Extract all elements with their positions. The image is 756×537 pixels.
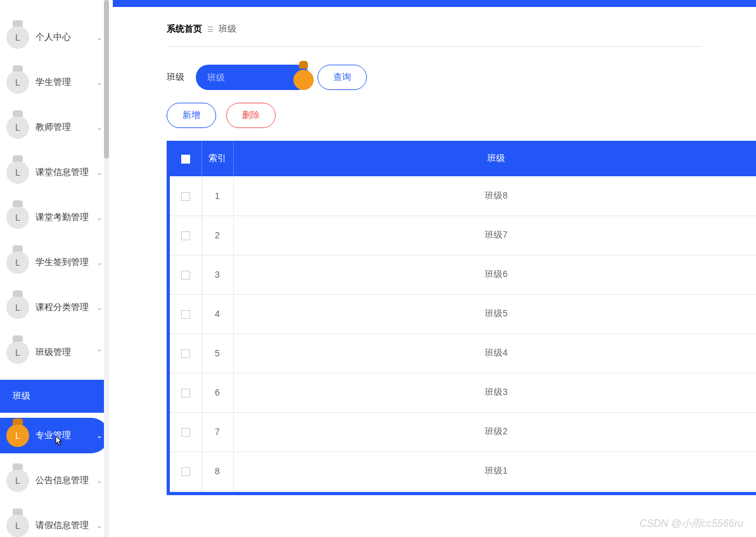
breadcrumb-current: 班级	[219, 23, 236, 35]
search-button[interactable]: 查询	[317, 65, 367, 90]
table-container: 索引 班级 1 班级8 2 班级7 3 班级6 4 班级5 5 班级4 6 班级…	[167, 141, 756, 491]
clock-icon: L	[6, 469, 29, 492]
watermark: CSDN @小雨cc5566ru	[639, 517, 743, 531]
sidebar-item-truncated[interactable]	[0, 0, 109, 10]
chevron-down-icon: ⌄	[96, 213, 103, 222]
chevron-down-icon: ⌄	[96, 476, 103, 485]
clock-icon: L	[6, 424, 29, 447]
row-index: 5	[202, 333, 233, 373]
row-checkbox[interactable]	[181, 310, 190, 319]
main-content: 系统首页 ☰ 班级 班级 查询 新增 删除 索引 班级	[113, 7, 756, 537]
row-checkbox-cell	[170, 176, 202, 216]
table-row: 4 班级5	[170, 294, 756, 333]
sidebar-item-leave[interactable]: L 请假信息管理 ⌄	[0, 508, 109, 537]
chevron-down-icon: ⌄	[96, 33, 103, 42]
sidebar-item-label: 个人中心	[35, 32, 96, 43]
select-all-checkbox[interactable]	[181, 155, 190, 164]
chevron-down-icon: ⌄	[96, 431, 103, 440]
sidebar-item-signin[interactable]: L 学生签到管理 ⌄	[0, 245, 109, 280]
sidebar-item-label: 课堂信息管理	[35, 167, 96, 178]
sidebar-item-label: 课程分类管理	[35, 302, 96, 313]
row-checkbox-cell	[170, 333, 202, 373]
table-row: 7 班级2	[170, 412, 756, 451]
sidebar-item-announcement[interactable]: L 公告信息管理 ⌄	[0, 463, 109, 498]
table-row: 8 班级1	[170, 451, 756, 491]
sidebar-subitem-class[interactable]: 班级	[0, 380, 109, 413]
table-row: 6 班级3	[170, 373, 756, 412]
table-row: 1 班级8	[170, 176, 756, 216]
row-checkbox[interactable]	[181, 428, 190, 437]
sidebar-item-major[interactable]: L 专业管理 ⌄	[0, 418, 109, 453]
sidebar-item-course-category[interactable]: L 课程分类管理 ⌄	[0, 290, 109, 325]
row-checkbox[interactable]	[181, 349, 190, 358]
sidebar-item-label: 公告信息管理	[35, 475, 96, 486]
row-class-name: 班级5	[233, 294, 756, 333]
row-class-name: 班级1	[233, 451, 756, 491]
row-index: 1	[202, 176, 233, 216]
chevron-down-icon: ⌄	[96, 123, 103, 132]
row-checkbox-cell	[170, 216, 202, 255]
clock-icon: L	[6, 251, 29, 274]
filter-label: 班级	[167, 72, 184, 83]
row-checkbox[interactable]	[181, 192, 190, 201]
pill-knob-icon	[296, 61, 311, 94]
sidebar-item-class-info[interactable]: L 课堂信息管理 ⌄	[0, 155, 109, 190]
sidebar-subitem-label: 班级	[13, 391, 30, 402]
chevron-down-icon: ⌄	[96, 258, 103, 267]
row-class-name: 班级2	[233, 412, 756, 451]
row-checkbox[interactable]	[181, 231, 190, 240]
sidebar-item-label: 课堂考勤管理	[35, 212, 96, 223]
row-index: 6	[202, 373, 233, 412]
row-checkbox[interactable]	[181, 467, 190, 476]
chevron-down-icon: ⌄	[96, 168, 103, 177]
sidebar-item-attendance[interactable]: L 课堂考勤管理 ⌄	[0, 200, 109, 235]
clock-icon: L	[6, 514, 29, 537]
row-class-name: 班级7	[233, 216, 756, 255]
sidebar-item-label: 专业管理	[35, 430, 96, 441]
breadcrumb-sep-icon: ☰	[207, 25, 214, 34]
table-row: 3 班级6	[170, 255, 756, 294]
sidebar-item-personal[interactable]: L 个人中心 ⌄	[0, 20, 109, 55]
row-index: 8	[202, 451, 233, 491]
row-index: 7	[202, 412, 233, 451]
sidebar: L 个人中心 ⌄ L 学生管理 ⌄ L 教师管理 ⌄ L 课堂信息管理 ⌄ L …	[0, 0, 109, 537]
table-row: 5 班级4	[170, 333, 756, 373]
topbar	[113, 0, 756, 7]
class-input[interactable]	[207, 72, 298, 82]
class-table: 索引 班级 1 班级8 2 班级7 3 班级6 4 班级5 5 班级4 6 班级…	[170, 141, 756, 491]
row-index: 3	[202, 255, 233, 294]
row-checkbox-cell	[170, 294, 202, 333]
add-button[interactable]: 新增	[167, 103, 216, 128]
row-checkbox[interactable]	[181, 271, 190, 280]
row-checkbox-cell	[170, 255, 202, 294]
breadcrumb: 系统首页 ☰ 班级	[113, 7, 756, 46]
table-row: 2 班级7	[170, 216, 756, 255]
action-row: 新增 删除	[113, 90, 756, 141]
header-class: 班级	[233, 141, 756, 176]
chevron-down-icon: ⌄	[96, 303, 103, 312]
clock-icon: L	[6, 206, 29, 229]
row-checkbox-cell	[170, 373, 202, 412]
filter-row: 班级 查询	[113, 47, 756, 90]
row-class-name: 班级4	[233, 333, 756, 373]
sidebar-item-teachers[interactable]: L 教师管理 ⌄	[0, 110, 109, 145]
breadcrumb-home[interactable]: 系统首页	[167, 23, 202, 35]
row-class-name: 班级6	[233, 255, 756, 294]
sidebar-item-class-mgmt[interactable]: L 班级管理 ⌃	[0, 335, 109, 370]
sidebar-item-label: 学生签到管理	[35, 257, 96, 268]
header-index: 索引	[202, 141, 233, 176]
clock-icon: L	[6, 26, 29, 49]
sidebar-item-label: 学生管理	[35, 77, 96, 88]
sidebar-item-label: 教师管理	[35, 122, 96, 133]
row-class-name: 班级3	[233, 373, 756, 412]
row-class-name: 班级8	[233, 176, 756, 216]
delete-button[interactable]: 删除	[226, 103, 276, 128]
class-input-wrap	[196, 65, 310, 90]
row-checkbox-cell	[170, 451, 202, 491]
sidebar-scrollbar[interactable]	[104, 0, 109, 537]
row-checkbox[interactable]	[181, 389, 190, 398]
clock-icon: L	[6, 116, 29, 139]
chevron-down-icon: ⌄	[96, 521, 103, 530]
sidebar-item-students[interactable]: L 学生管理 ⌄	[0, 65, 109, 100]
clock-icon: L	[6, 161, 29, 184]
